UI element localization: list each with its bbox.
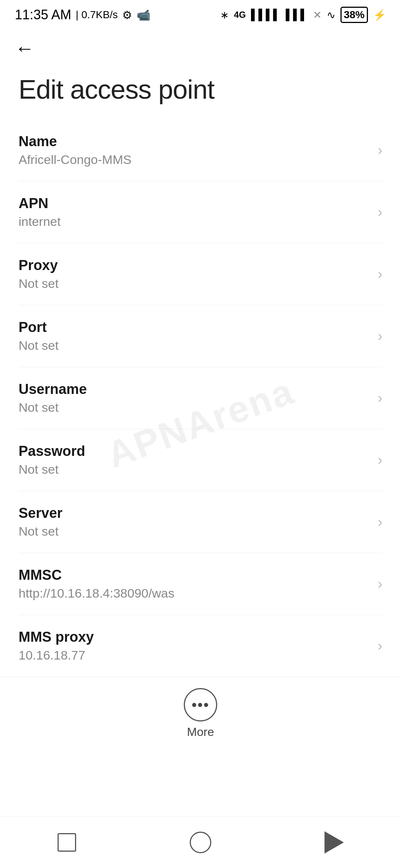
settings-item-content: PasswordNot set xyxy=(19,443,370,477)
settings-item-content: UsernameNot set xyxy=(19,381,370,415)
more-button[interactable]: ••• xyxy=(184,688,217,721)
settings-item-content: APNinternet xyxy=(19,195,370,229)
settings-item-value: 10.16.18.77 xyxy=(19,648,370,662)
settings-item-label: MMS proxy xyxy=(19,629,370,645)
signal-bars-icon: ▌▌▌▌ xyxy=(251,9,280,21)
signal-4g-icon: 4G xyxy=(234,10,246,20)
settings-item-content: ServerNot set xyxy=(19,505,370,539)
settings-icon: ⚙ xyxy=(122,9,132,22)
top-bar: ← xyxy=(0,30,401,67)
chevron-right-icon: › xyxy=(378,638,382,654)
chevron-right-icon: › xyxy=(378,204,382,220)
settings-item[interactable]: UsernameNot set› xyxy=(19,367,382,429)
settings-item-content: NameAfricell-Congo-MMS xyxy=(19,134,370,167)
signal-bars2-icon: ▌▌▌ xyxy=(286,9,308,21)
recent-apps-button[interactable] xyxy=(48,828,85,857)
settings-item-label: Username xyxy=(19,381,370,397)
settings-item[interactable]: NameAfricell-Congo-MMS› xyxy=(19,119,382,181)
settings-item-content: MMSChttp://10.16.18.4:38090/was xyxy=(19,567,370,601)
settings-item-content: PortNot set xyxy=(19,319,370,353)
bottom-nav xyxy=(0,816,401,868)
more-label: More xyxy=(187,725,214,739)
settings-item-value: internet xyxy=(19,214,370,229)
settings-item-value: Not set xyxy=(19,400,370,415)
more-section: ••• More xyxy=(0,677,401,746)
camera-icon: 📹 xyxy=(137,9,150,22)
chevron-right-icon: › xyxy=(378,576,382,592)
settings-item-label: Name xyxy=(19,134,370,149)
settings-item[interactable]: ServerNot set› xyxy=(19,491,382,553)
status-time: 11:35 AM xyxy=(15,7,71,23)
settings-item-value: Not set xyxy=(19,524,370,539)
settings-item-value: http://10.16.18.4:38090/was xyxy=(19,586,370,601)
more-dots-icon: ••• xyxy=(192,697,209,712)
settings-item-label: Password xyxy=(19,443,370,459)
chevron-right-icon: › xyxy=(378,328,382,344)
back-button[interactable]: ← xyxy=(15,37,34,59)
settings-item-value: Not set xyxy=(19,462,370,477)
status-bar: 11:35 AM | 0.7KB/s ⚙ 📹 ∗ 4G ▌▌▌▌ ▌▌▌ ✕ ∿… xyxy=(0,0,401,30)
settings-item-content: ProxyNot set xyxy=(19,257,370,291)
back-nav-icon xyxy=(325,831,344,854)
settings-item[interactable]: MMSChttp://10.16.18.4:38090/was› xyxy=(19,553,382,615)
settings-item-label: MMSC xyxy=(19,567,370,583)
back-nav-button[interactable] xyxy=(316,828,353,857)
status-speed: | 0.7KB/s xyxy=(76,9,118,21)
wifi-icon: ∿ xyxy=(327,9,335,21)
settings-item-value: Not set xyxy=(19,276,370,291)
settings-item[interactable]: MMS proxy10.16.18.77› xyxy=(19,615,382,677)
home-icon xyxy=(190,832,211,853)
page-title: Edit access point xyxy=(0,67,401,119)
charging-icon: ⚡ xyxy=(373,9,386,21)
chevron-right-icon: › xyxy=(378,266,382,282)
chevron-right-icon: › xyxy=(378,390,382,406)
chevron-right-icon: › xyxy=(378,142,382,158)
bluetooth-icon: ∗ xyxy=(220,9,229,21)
content-area: APNArena ← Edit access point NameAfricel… xyxy=(0,30,401,816)
settings-item-label: Proxy xyxy=(19,257,370,273)
battery-indicator: 38% xyxy=(340,7,368,23)
settings-item-label: Server xyxy=(19,505,370,521)
chevron-right-icon: › xyxy=(378,452,382,468)
signal-x-icon: ✕ xyxy=(313,9,322,21)
recent-apps-icon xyxy=(58,833,76,852)
settings-item[interactable]: PasswordNot set› xyxy=(19,429,382,491)
settings-item-content: MMS proxy10.16.18.77 xyxy=(19,629,370,662)
settings-item-label: APN xyxy=(19,195,370,211)
settings-item[interactable]: PortNot set› xyxy=(19,305,382,367)
settings-item[interactable]: ProxyNot set› xyxy=(19,243,382,305)
settings-item[interactable]: APNinternet› xyxy=(19,181,382,243)
settings-item-value: Not set xyxy=(19,338,370,353)
settings-item-label: Port xyxy=(19,319,370,335)
home-button[interactable] xyxy=(182,828,219,857)
settings-list: NameAfricell-Congo-MMS›APNinternet›Proxy… xyxy=(0,119,401,677)
chevron-right-icon: › xyxy=(378,514,382,530)
settings-item-value: Africell-Congo-MMS xyxy=(19,152,370,167)
